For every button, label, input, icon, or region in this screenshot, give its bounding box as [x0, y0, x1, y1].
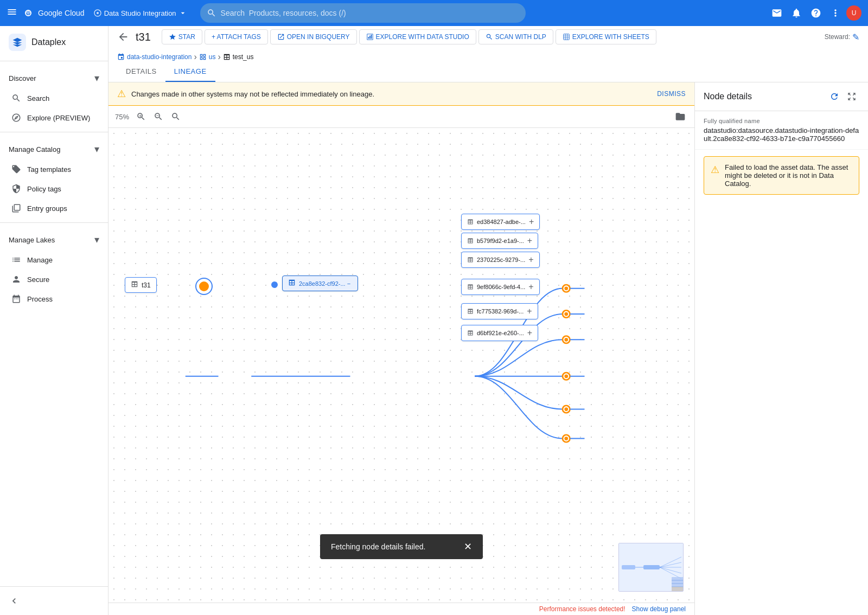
node-panel-header: Node details [695, 82, 868, 111]
target-add-3[interactable]: + [528, 282, 533, 292]
project-selector[interactable]: Data Studio Integration [93, 9, 187, 17]
target-add-4[interactable]: + [527, 306, 532, 316]
debug-panel-link[interactable]: Show debug panel [632, 605, 686, 613]
tab-details[interactable]: DETAILS [117, 62, 165, 82]
target-add-0[interactable]: + [529, 217, 534, 227]
dismiss-button[interactable]: DISMISS [657, 90, 686, 98]
steward-edit-icon[interactable]: ✎ [852, 32, 859, 42]
explore-icon [11, 112, 22, 123]
perf-warning-text: Performance issues detected! [539, 605, 626, 613]
manage-lakes-chevron: ▾ [94, 234, 99, 246]
toast-close-button[interactable]: ✕ [464, 541, 472, 553]
target-icon-5 [467, 330, 474, 336]
sidebar-item-process[interactable]: Process [0, 289, 104, 309]
target-node-1-label: b579f9d2-e1a9-... [477, 238, 524, 244]
star-button[interactable]: STAR [162, 29, 202, 44]
secure-icon [11, 274, 22, 285]
svg-point-1 [97, 12, 99, 14]
sidebar-item-secure[interactable]: Secure [0, 270, 104, 289]
sidebar-bottom [0, 586, 108, 615]
content-area: ⚠ Changes made in other systems may not … [108, 82, 868, 615]
lineage-svg [108, 128, 694, 603]
middle-node[interactable]: 2ca8e832-cf92-... − [282, 276, 358, 291]
tag-icon [11, 164, 22, 175]
policy-icon [11, 183, 22, 194]
explore-datastudio-button[interactable]: EXPLORE WITH DATA STUDIO [359, 29, 476, 44]
lineage-canvas[interactable]: t31 2ca8e832-cf [108, 128, 694, 603]
svg-point-21 [564, 407, 568, 411]
svg-rect-43 [672, 587, 684, 592]
help-icon-btn[interactable] [807, 4, 825, 22]
collapse-sidebar-btn[interactable] [4, 591, 104, 611]
mail-icon-btn[interactable] [768, 4, 786, 22]
target-node-4[interactable]: fc775382-969d-... + [461, 303, 538, 319]
target-node-0[interactable]: ed384827-adbe-... + [461, 214, 540, 230]
target-node-5[interactable]: d6bf921e-e260-... + [461, 325, 538, 341]
target-node-1[interactable]: b579f9d2-e1a9-... + [461, 233, 538, 249]
refresh-button[interactable] [827, 89, 842, 104]
target-node-2[interactable]: 2370225c-9279-... + [461, 252, 540, 268]
search-input[interactable] [221, 9, 519, 17]
menu-icon[interactable] [7, 7, 17, 20]
google-cloud-logo[interactable]: Google Cloud [22, 7, 85, 20]
folder-button[interactable] [673, 109, 688, 124]
scan-dlp-button[interactable]: SCAN WITH DLP [478, 29, 553, 44]
minimap-svg [619, 543, 684, 592]
target-add-5[interactable]: + [527, 328, 532, 338]
sidebar-item-explore[interactable]: Explore (PREVIEW) [0, 108, 104, 127]
target-add-2[interactable]: + [528, 255, 533, 265]
fqn-label: Fully qualified name [704, 118, 859, 124]
expand-panel-button[interactable] [844, 89, 859, 104]
entry-header: t31 STAR + ATTACH TAGS OPEN IN BIGQUERY [117, 26, 859, 48]
svg-rect-3 [369, 36, 371, 39]
manage-lakes-header[interactable]: Manage Lakes ▾ [0, 227, 108, 250]
warning-banner: ⚠ Changes made in other systems may not … [108, 82, 694, 106]
reset-zoom-button[interactable] [168, 109, 183, 124]
source-node[interactable]: t31 [125, 277, 157, 293]
svg-point-23 [564, 437, 568, 440]
target-node-3[interactable]: 9ef8066c-9efd-4... + [461, 279, 540, 295]
search-icon [11, 93, 22, 104]
table-icon [223, 53, 231, 61]
open-bigquery-button[interactable]: OPEN IN BIGQUERY [270, 29, 357, 44]
sidebar-item-search[interactable]: Search [0, 88, 104, 108]
node-panel-title: Node details [704, 92, 752, 101]
manage-catalog-header[interactable]: Manage Catalog ▾ [0, 137, 108, 159]
more-icon-btn[interactable] [827, 4, 844, 22]
svg-rect-5 [564, 34, 570, 40]
breadcrumb: data-studio-integration › us › test_us [117, 48, 859, 62]
error-text: Failed to load the asset data. The asset… [725, 163, 852, 188]
breadcrumb-sep-0: › [194, 52, 196, 62]
target-add-1[interactable]: + [527, 236, 532, 246]
zoom-out-button[interactable] [151, 109, 166, 124]
sidebar-item-entry-groups[interactable]: Entry groups [0, 198, 104, 218]
notifications-icon-btn[interactable] [788, 4, 805, 22]
minimap [618, 543, 684, 592]
process-node[interactable] [195, 278, 213, 295]
target-icon-1 [467, 238, 474, 244]
perf-bar: Performance issues detected! Show debug … [108, 603, 694, 615]
target-node-5-label: d6bf921e-e260-... [477, 330, 524, 336]
sidebar-item-policy-tags[interactable]: Policy tags [0, 179, 104, 198]
breadcrumb-item-0[interactable]: data-studio-integration [117, 53, 192, 61]
sidebar-item-manage[interactable]: Manage [0, 250, 104, 270]
breadcrumb-item-1[interactable]: us [199, 53, 216, 61]
tab-lineage[interactable]: LINEAGE [165, 62, 215, 82]
zoom-in-button[interactable] [133, 109, 149, 124]
search-bar[interactable] [200, 3, 526, 23]
user-avatar[interactable]: U [846, 5, 861, 21]
discover-section-header[interactable]: Discover ▾ [0, 66, 108, 88]
breadcrumb-item-2: test_us [223, 53, 254, 61]
back-button[interactable] [117, 31, 129, 43]
middle-node-icon [288, 279, 296, 288]
explore-sheets-button[interactable]: EXPLORE WITH SHEETS [556, 29, 656, 44]
sidebar: Dataplex Discover ▾ Search Explore (PREV… [0, 26, 108, 615]
svg-rect-2 [368, 37, 369, 39]
connector-dot [271, 281, 278, 288]
dataplex-icon [9, 34, 26, 51]
sub-header: t31 STAR + ATTACH TAGS OPEN IN BIGQUERY [108, 26, 868, 82]
svg-rect-31 [622, 565, 635, 569]
sidebar-item-tag-templates[interactable]: Tag templates [0, 159, 104, 179]
attach-tags-button[interactable]: + ATTACH TAGS [205, 29, 268, 44]
target-icon-4 [467, 308, 474, 315]
